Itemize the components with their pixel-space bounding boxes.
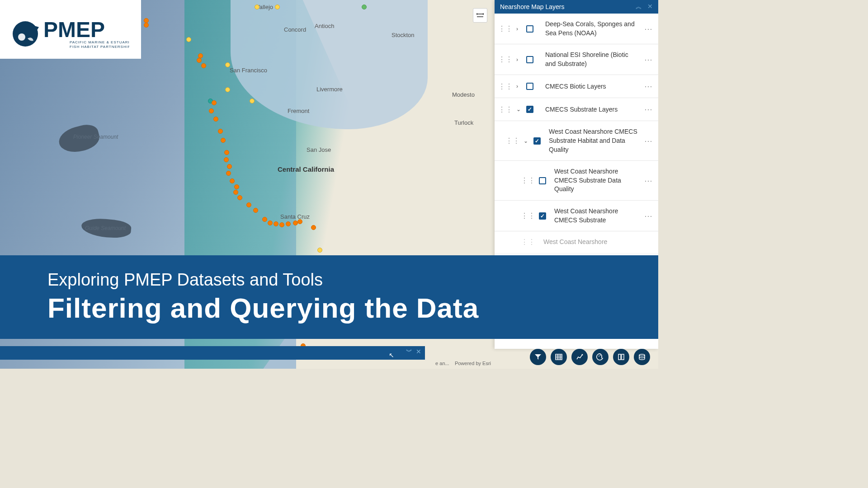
more-options-icon[interactable]: ⋯ [642,176,655,186]
svg-rect-5 [556,354,562,360]
more-options-icon[interactable]: ⋯ [642,104,655,114]
more-options-icon[interactable]: ⋯ [642,136,655,146]
layer-checkbox[interactable] [533,137,541,145]
city-label: Concord [284,26,306,33]
map-point[interactable] [186,37,191,42]
map-point[interactable] [297,219,302,224]
drag-handle-icon[interactable]: ⋮⋮ [498,82,513,91]
collapse-icon[interactable]: ︽ [636,3,642,11]
map-point[interactable] [224,157,229,162]
map-point[interactable] [224,150,229,155]
chart-button[interactable] [571,349,588,365]
map-point[interactable] [225,87,230,92]
map-point[interactable] [255,5,259,9]
drag-handle-icon[interactable]: ⋮⋮ [498,24,513,33]
chevron-right-icon[interactable]: › [516,83,523,89]
map-point[interactable] [197,58,202,63]
map-point[interactable] [268,221,273,225]
layer-label: West Coast Nearshore CMECS Substrate Dat… [550,167,639,194]
map-point[interactable] [362,5,367,9]
chevron-down-icon[interactable]: ⌄ [524,138,530,144]
layer-checkbox[interactable] [526,106,533,113]
drag-handle-icon[interactable]: ⋮⋮ [521,176,535,185]
band-subtitle: Exploring PMEP Datasets and Tools [47,270,658,290]
bottom-bar: ︾ ✕ [0,346,425,360]
map-point[interactable] [226,171,231,176]
bookmark-button[interactable] [613,349,629,365]
layer-label: CMECS Biotic Layers [537,82,639,91]
svg-point-16 [639,354,645,356]
svg-point-11 [599,356,599,357]
map-point[interactable] [311,225,316,230]
drag-handle-icon[interactable]: ⋮⋮ [498,55,513,64]
layer-checkbox[interactable] [539,177,546,184]
drag-handle-icon[interactable]: ⋮⋮ [498,105,513,114]
city-label: Santa Cruz [280,213,310,220]
map-point[interactable] [212,100,217,105]
svg-text:PMEP: PMEP [43,18,105,42]
map-point[interactable] [213,117,218,122]
layer-item: ⋮⋮›National ESI Shoreline (Biotic and Su… [495,44,658,75]
palette-button[interactable] [592,349,609,365]
map-point[interactable] [225,62,230,67]
map-point[interactable] [218,129,223,134]
map-point[interactable] [209,108,214,113]
table-button[interactable] [551,349,567,365]
layer-checkbox[interactable] [539,212,546,220]
layer-item: ⋮⋮West Coast Nearshore CMECS Substrate D… [495,161,658,201]
close-bar-icon[interactable]: ✕ [416,348,421,356]
map-point[interactable] [233,190,238,195]
layer-checkbox[interactable] [526,83,533,90]
more-options-icon[interactable]: ⋯ [642,211,655,221]
city-label: Modesto [452,91,475,98]
map-point[interactable] [274,221,278,226]
map-point[interactable] [237,195,242,200]
svg-rect-14 [618,354,621,360]
map-point[interactable] [246,202,251,207]
cursor-icon: ↖ [389,352,394,359]
chevron-down-icon[interactable]: ⌄ [516,106,523,113]
filter-button[interactable] [530,349,546,365]
map-point[interactable] [286,221,291,226]
map-point[interactable] [221,138,226,143]
svg-point-1 [18,33,25,41]
map-point[interactable] [253,208,258,213]
expand-down-icon[interactable]: ︾ [406,348,412,356]
chevron-right-icon[interactable]: › [516,26,523,32]
svg-point-13 [601,356,602,357]
more-options-icon[interactable]: ⋯ [642,55,655,65]
layer-item: ⋮⋮West Coast Nearshore [495,231,658,253]
city-label: Stockton [392,32,415,38]
close-icon[interactable]: ✕ [647,3,653,11]
map-point[interactable] [201,63,206,68]
drag-handle-icon[interactable]: ⋮⋮ [521,211,535,220]
map-point[interactable] [230,178,235,183]
map-point[interactable] [144,23,149,28]
layers-button[interactable] [634,349,650,365]
chevron-right-icon[interactable]: › [516,56,523,63]
map-point[interactable] [234,184,239,189]
layer-item: ⋮⋮⌄West Coast Nearshore CMECS Substrate … [495,121,658,161]
ruler-icon [476,11,484,19]
drag-handle-icon[interactable]: ⋮⋮ [505,136,520,145]
logo-container: PMEP PACIFIC MARINE & ESTUARINE FISH HAB… [0,0,141,59]
map-point[interactable] [279,222,284,227]
seamount-label-2: Guide Seamount [85,225,126,231]
map-point[interactable] [250,99,255,103]
table-icon [555,353,563,361]
more-options-icon[interactable]: ⋯ [642,24,655,34]
drag-handle-icon[interactable]: ⋮⋮ [521,238,535,246]
more-options-icon[interactable]: ⋯ [642,81,655,91]
map-point[interactable] [262,217,267,222]
pmep-logo: PMEP PACIFIC MARINE & ESTUARINE FISH HAB… [12,9,129,50]
scale-button[interactable] [473,8,487,23]
svg-rect-15 [622,354,624,360]
toolbar [530,349,650,365]
map-point[interactable] [275,5,280,9]
layer-checkbox[interactable] [526,25,533,33]
layer-checkbox[interactable] [526,56,533,63]
layer-label: National ESI Shoreline (Biotic and Subst… [537,51,639,68]
layer-label: Deep-Sea Corals, Sponges and Sea Pens (N… [537,20,639,38]
map-point[interactable] [317,248,322,253]
map-point[interactable] [227,164,232,169]
